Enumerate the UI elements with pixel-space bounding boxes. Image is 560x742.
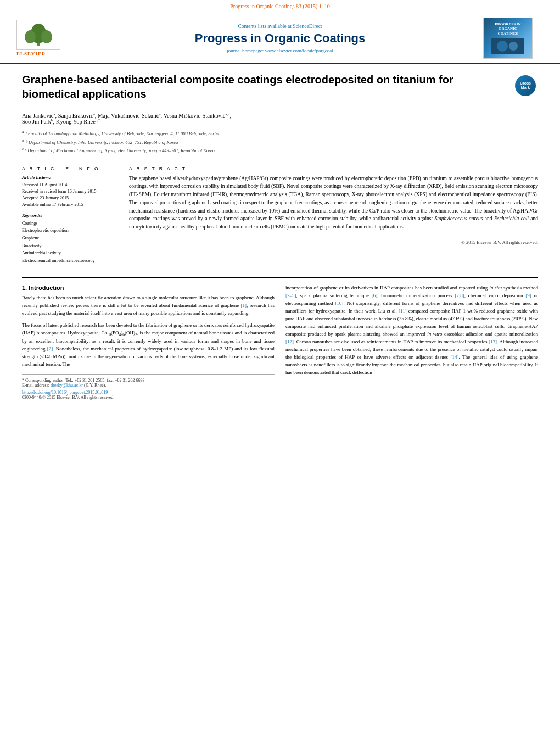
contents-line: Contents lists available at ScienceDirec… [77, 24, 483, 29]
keyword-5: Antimicrobial activity [22, 249, 118, 257]
abstract-column: A B S T R A C T The graphene based silve… [129, 166, 538, 269]
article-history-label: Article history: [22, 175, 118, 180]
intro-continuation-column: incorporation of graphene or its derivat… [285, 284, 538, 400]
footnote-email: E-mail address: rheeky@khu.ac.kr (K.Y. R… [22, 383, 275, 388]
intro-section-title: 1. Introduction [22, 284, 275, 291]
email-link[interactable]: rheeky@khu.ac.kr [51, 383, 83, 388]
article-body: Graphene-based antibacterial composite c… [0, 64, 560, 411]
article-title-section: Graphene-based antibacterial composite c… [22, 72, 538, 107]
elsevier-icon [16, 20, 60, 50]
keywords-label: Keywords: [22, 213, 118, 218]
main-content: 1. Introduction Rarely there has been so… [22, 277, 538, 400]
page-container: Progress in Organic Coatings 83 (2015) 1… [0, 0, 560, 742]
doi-link[interactable]: http://dx.doi.org/10.1016/j.porgcoat.201… [22, 390, 275, 395]
intro-paragraph-2: The focus of latest published research h… [22, 322, 275, 369]
svg-point-3 [41, 30, 52, 43]
article-title: Graphene-based antibacterial composite c… [22, 72, 515, 101]
affiliations: a ᵃ Faculty of Technology and Metallurgy… [22, 129, 538, 154]
journal-homepage: journal homepage: www.elsevier.com/locat… [77, 48, 483, 53]
footnote-section: * Corresponding author. Tel.: +82 31 201… [22, 374, 275, 388]
svg-point-6 [509, 42, 518, 51]
keywords-section: Keywords: Coatings Electrophoretic depos… [22, 213, 118, 265]
available-date: Available online 17 February 2015 [22, 202, 118, 208]
top-bar: Progress in Organic Coatings 83 (2015) 1… [0, 0, 560, 12]
issn-line: 0300-9440/© 2015 Elsevier B.V. All right… [22, 395, 275, 400]
keywords-list: Coatings Electrophoretic deposition Grap… [22, 220, 118, 265]
copyright-line: © 2015 Elsevier B.V. All rights reserved… [129, 236, 538, 245]
journal-volume-info: Progress in Organic Coatings 83 (2015) 1… [230, 3, 329, 9]
article-info-column: A R T I C L E I N F O Article history: R… [22, 166, 118, 269]
keyword-6: Electrochemical impedance spectroscopy [22, 257, 118, 265]
keyword-1: Coatings [22, 220, 118, 227]
journal-title: Progress in Organic Coatings [77, 31, 483, 46]
cover-image-placeholder [491, 38, 524, 54]
keyword-3: Graphene [22, 235, 118, 242]
header-left: ELSEVIER [16, 20, 77, 57]
keyword-4: Bioactivity [22, 242, 118, 250]
elsevier-logo: ELSEVIER [16, 20, 77, 57]
elsevier-tree-svg [18, 21, 59, 49]
received-date: Received 11 August 2014 [22, 182, 118, 188]
right-paragraph-1: incorporation of graphene or its derivat… [285, 284, 538, 376]
abstract-text: The graphene based silver/hydroxyapatite… [129, 175, 538, 231]
header-center: Contents lists available at ScienceDirec… [77, 24, 483, 53]
homepage-link[interactable]: www.elsevier.com/locate/porgcoat [265, 48, 333, 53]
svg-point-2 [25, 30, 36, 43]
crossmark-badge: CrossMark [515, 75, 538, 98]
footnote-corresponding: * Corresponding author. Tel.: +82 31 201… [22, 378, 275, 383]
intro-paragraph-1: Rarely there has been so much scientific… [22, 294, 275, 317]
info-abstract-section: A R T I C L E I N F O Article history: R… [22, 160, 538, 269]
sciencedirect-link[interactable]: ScienceDirect [293, 24, 322, 29]
keyword-2: Electrophoretic deposition [22, 227, 118, 235]
header-right: PROGRESS INORGANICCOATINGS [483, 18, 544, 59]
introduction-column: 1. Introduction Rarely there has been so… [22, 284, 275, 400]
svg-point-5 [497, 41, 508, 52]
authors-line: Ana Jankovića, Sanja Erakovića, Maja Vuk… [22, 113, 538, 125]
article-info-heading: A R T I C L E I N F O [22, 166, 118, 171]
article-history: Article history: Received 11 August 2014… [22, 175, 118, 208]
journal-header: ELSEVIER Contents lists available at Sci… [0, 12, 560, 64]
revised-date: Received in revised form 16 January 2015 [22, 188, 118, 195]
accepted-date: Accepted 23 January 2015 [22, 195, 118, 202]
affiliation-c: c ᶜ Department of Mechanical Engineering… [22, 146, 538, 154]
affiliation-a: a ᵃ Faculty of Technology and Metallurgy… [22, 129, 538, 137]
affiliation-b: b ᵇ Department of Chemistry, Inha Univer… [22, 138, 538, 146]
elsevier-wordmark: ELSEVIER [16, 51, 46, 57]
abstract-heading: A B S T R A C T [129, 166, 538, 171]
journal-cover-image: PROGRESS INORGANICCOATINGS [483, 18, 533, 59]
authors-section: Ana Jankovića, Sanja Erakovića, Maja Vuk… [22, 113, 538, 125]
